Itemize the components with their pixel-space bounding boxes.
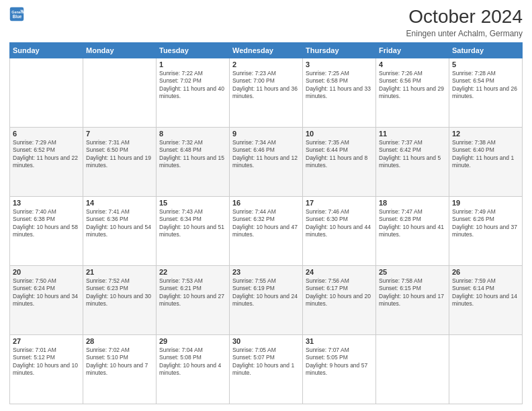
day-info: Sunrise: 7:55 AMSunset: 6:19 PMDaylight:… [232,277,300,308]
sunrise-text: Sunrise: 7:41 AM [86,208,153,216]
day-info: Sunrise: 7:28 AMSunset: 6:54 PMDaylight:… [452,70,519,101]
sunset-text: Sunset: 6:40 PM [452,146,519,154]
day-info: Sunrise: 7:47 AMSunset: 6:28 PMDaylight:… [379,208,446,239]
sunset-text: Sunset: 6:14 PM [452,285,519,292]
sunset-text: Sunset: 5:05 PM [306,354,373,361]
sunset-text: Sunset: 6:17 PM [306,285,373,292]
header-row: SundayMondayTuesdayWednesdayThursdayFrid… [10,42,523,58]
calendar-day-cell: 3Sunrise: 7:25 AMSunset: 6:58 PMDaylight… [303,58,376,127]
day-of-week-header: Monday [83,42,157,58]
day-info: Sunrise: 7:50 AMSunset: 6:24 PMDaylight:… [13,277,80,308]
calendar-day-cell [449,334,523,404]
sunset-text: Sunset: 6:52 PM [13,146,80,154]
day-number: 11 [379,130,446,138]
daylight-text: Daylight: 10 hours and 7 minutes. [86,362,153,377]
day-number: 26 [452,268,519,276]
sunset-text: Sunset: 6:54 PM [452,77,519,85]
sunset-text: Sunset: 6:48 PM [159,146,226,154]
sunrise-text: Sunrise: 7:35 AM [306,139,373,146]
calendar-day-cell: 23Sunrise: 7:55 AMSunset: 6:19 PMDayligh… [230,265,303,334]
sunrise-text: Sunrise: 7:49 AM [452,208,519,216]
day-info: Sunrise: 7:56 AMSunset: 6:17 PMDaylight:… [306,277,373,308]
calendar-day-cell: 30Sunrise: 7:05 AMSunset: 5:07 PMDayligh… [230,334,303,404]
daylight-text: Daylight: 10 hours and 51 minutes. [159,224,226,239]
daylight-text: Daylight: 10 hours and 1 minute. [232,362,300,377]
daylight-text: Daylight: 11 hours and 29 minutes. [379,85,446,101]
day-number: 29 [159,337,226,345]
sunrise-text: Sunrise: 7:37 AM [379,139,446,146]
day-number: 19 [452,199,519,207]
daylight-text: Daylight: 10 hours and 4 minutes. [159,362,226,377]
sunrise-text: Sunrise: 7:22 AM [159,70,226,77]
calendar-day-cell: 20Sunrise: 7:50 AMSunset: 6:24 PMDayligh… [10,265,83,334]
svg-text:Blue: Blue [13,14,22,19]
day-of-week-header: Thursday [303,42,376,58]
calendar-day-cell: 9Sunrise: 7:34 AMSunset: 6:46 PMDaylight… [230,127,303,196]
sunset-text: Sunset: 6:56 PM [379,77,446,85]
calendar-table: SundayMondayTuesdayWednesdayThursdayFrid… [9,42,523,404]
daylight-text: Daylight: 10 hours and 20 minutes. [306,293,373,308]
day-info: Sunrise: 7:32 AMSunset: 6:48 PMDaylight:… [159,139,226,170]
day-of-week-header: Wednesday [230,42,303,58]
day-number: 13 [13,199,80,207]
sunrise-text: Sunrise: 7:50 AM [13,277,80,285]
calendar-page: General Blue October 2024 Eningen unter … [0,0,532,411]
sunset-text: Sunset: 6:26 PM [452,216,519,223]
logo: General Blue [9,7,24,21]
day-info: Sunrise: 7:53 AMSunset: 6:21 PMDaylight:… [159,277,226,308]
day-info: Sunrise: 7:01 AMSunset: 5:12 PMDaylight:… [13,347,80,377]
daylight-text: Daylight: 10 hours and 37 minutes. [452,224,519,239]
calendar-day-cell: 26Sunrise: 7:59 AMSunset: 6:14 PMDayligh… [449,265,523,334]
sunset-text: Sunset: 5:07 PM [232,354,300,361]
daylight-text: Daylight: 10 hours and 58 minutes. [13,224,80,239]
calendar-day-cell [376,334,449,404]
calendar-day-cell: 8Sunrise: 7:32 AMSunset: 6:48 PMDaylight… [157,127,230,196]
daylight-text: Daylight: 10 hours and 10 minutes. [13,362,80,377]
day-info: Sunrise: 7:23 AMSunset: 7:00 PMDaylight:… [232,70,300,101]
sunset-text: Sunset: 6:38 PM [13,216,80,223]
day-info: Sunrise: 7:35 AMSunset: 6:44 PMDaylight:… [306,139,373,170]
calendar-day-cell: 13Sunrise: 7:40 AMSunset: 6:38 PMDayligh… [10,196,83,265]
day-info: Sunrise: 7:04 AMSunset: 5:08 PMDaylight:… [159,347,226,377]
daylight-text: Daylight: 11 hours and 5 minutes. [379,154,446,170]
daylight-text: Daylight: 11 hours and 19 minutes. [86,154,153,170]
sunset-text: Sunset: 6:44 PM [306,146,373,154]
sunset-text: Sunset: 5:10 PM [86,354,153,361]
day-info: Sunrise: 7:37 AMSunset: 6:42 PMDaylight:… [379,139,446,170]
day-number: 17 [306,199,373,207]
sunrise-text: Sunrise: 7:55 AM [232,277,300,285]
calendar-week-row: 27Sunrise: 7:01 AMSunset: 5:12 PMDayligh… [10,334,523,404]
sunrise-text: Sunrise: 7:34 AM [232,139,300,146]
calendar-day-cell: 16Sunrise: 7:44 AMSunset: 6:32 PMDayligh… [230,196,303,265]
daylight-text: Daylight: 10 hours and 34 minutes. [13,293,80,308]
header: General Blue October 2024 Eningen unter … [9,7,523,38]
sunset-text: Sunset: 6:23 PM [86,285,153,292]
logo-icon: General Blue [9,7,24,21]
sunrise-text: Sunrise: 7:47 AM [379,208,446,216]
daylight-text: Daylight: 10 hours and 14 minutes. [452,293,519,308]
title-block: October 2024 Eningen unter Achalm, Germa… [406,7,523,38]
location: Eningen unter Achalm, Germany [406,29,523,38]
day-number: 23 [232,268,300,276]
day-number: 27 [13,337,80,345]
day-info: Sunrise: 7:31 AMSunset: 6:50 PMDaylight:… [86,139,153,170]
calendar-week-row: 6Sunrise: 7:29 AMSunset: 6:52 PMDaylight… [10,127,523,196]
day-info: Sunrise: 7:29 AMSunset: 6:52 PMDaylight:… [13,139,80,170]
calendar-week-row: 1Sunrise: 7:22 AMSunset: 7:02 PMDaylight… [10,58,523,127]
day-of-week-header: Sunday [10,42,83,58]
day-number: 16 [232,199,300,207]
sunrise-text: Sunrise: 7:05 AM [232,347,300,354]
day-number: 25 [379,268,446,276]
calendar-day-cell: 14Sunrise: 7:41 AMSunset: 6:36 PMDayligh… [83,196,157,265]
month-title: October 2024 [406,7,523,28]
day-number: 30 [232,337,300,345]
day-number: 22 [159,268,226,276]
sunset-text: Sunset: 6:42 PM [379,146,446,154]
day-info: Sunrise: 7:43 AMSunset: 6:34 PMDaylight:… [159,208,226,239]
sunset-text: Sunset: 6:19 PM [232,285,300,292]
daylight-text: Daylight: 11 hours and 15 minutes. [159,154,226,170]
sunrise-text: Sunrise: 7:44 AM [232,208,300,216]
day-number: 18 [379,199,446,207]
sunrise-text: Sunrise: 7:46 AM [306,208,373,216]
calendar-day-cell: 4Sunrise: 7:26 AMSunset: 6:56 PMDaylight… [376,58,449,127]
